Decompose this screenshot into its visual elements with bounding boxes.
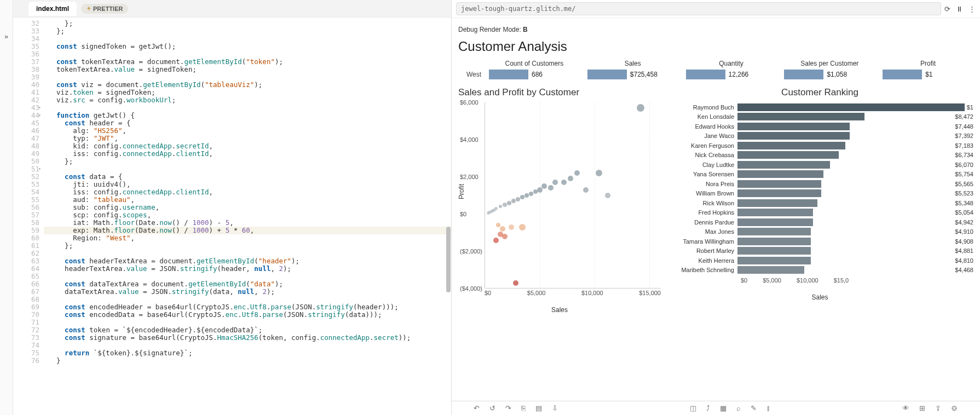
dashboard-title: Customer Analysis bbox=[458, 39, 973, 54]
rank-name: Rick Wilson bbox=[666, 200, 737, 206]
scrollbar-thumb[interactable] bbox=[446, 227, 451, 292]
code-editor[interactable]: 3233343536373839404142434445464748495051… bbox=[13, 18, 451, 415]
ranking-row[interactable]: Jane Waco $7,392 bbox=[666, 131, 973, 141]
scatter-point[interactable] bbox=[516, 197, 520, 201]
toolbar-icon-17[interactable]: ⯐ bbox=[951, 404, 958, 412]
ranking-list[interactable]: Raymond Buch $1Ken Lonsdale $8,472Edward… bbox=[666, 102, 973, 275]
rank-name: Yana Sorensen bbox=[666, 171, 737, 177]
scatter-point[interactable] bbox=[487, 211, 490, 215]
toolbar-icon-12[interactable]: ⫿ bbox=[766, 404, 770, 412]
scatter-point[interactable] bbox=[637, 104, 644, 112]
rank-value: $5,523 bbox=[953, 190, 973, 197]
vertical-scrollbar[interactable] bbox=[446, 35, 451, 415]
ranking-row[interactable]: Robert Marley $4,881 bbox=[666, 246, 973, 256]
toolbar-icon-4[interactable]: ▤ bbox=[535, 404, 542, 412]
ranking-row[interactable]: Keith Herrera $4,810 bbox=[666, 256, 973, 266]
scatter-point[interactable] bbox=[574, 170, 580, 176]
scatter-point[interactable] bbox=[496, 223, 500, 227]
toolbar-icon-15[interactable]: ⊞ bbox=[919, 404, 925, 412]
kpi-row: West Count of Customers 686Sales $725,45… bbox=[458, 60, 973, 79]
refresh-icon[interactable]: ⟳ bbox=[944, 5, 950, 13]
tab-file[interactable]: index.html bbox=[28, 2, 77, 16]
scatter-point[interactable] bbox=[520, 195, 524, 199]
ranking-row[interactable]: Raymond Buch $1 bbox=[666, 102, 973, 112]
scatter-point[interactable] bbox=[583, 187, 589, 193]
ranking-row[interactable]: Maribeth Schnelling $4,468 bbox=[666, 266, 973, 275]
toolbar-icon-9[interactable]: ▦ bbox=[720, 404, 727, 412]
rank-value: $1 bbox=[965, 104, 973, 111]
scatter-point[interactable] bbox=[548, 185, 554, 191]
toolbar-icon-7[interactable]: ◫ bbox=[690, 404, 696, 412]
rank-name: Ken Lonsdale bbox=[666, 113, 737, 120]
ranking-row[interactable]: Karen Ferguson $7,183 bbox=[666, 141, 973, 151]
toolbar-icon-14[interactable]: 👁 bbox=[902, 404, 909, 412]
kpi-card[interactable]: Quantity 12,266 bbox=[686, 60, 777, 79]
ranking-row[interactable]: Tamara Willingham $4,908 bbox=[666, 237, 973, 246]
more-icon[interactable]: ⋮ bbox=[969, 5, 976, 13]
scatter-point[interactable] bbox=[533, 189, 538, 194]
kpi-card[interactable]: Count of Customers 686 bbox=[489, 60, 580, 79]
expand-sidebar-icon[interactable]: » bbox=[4, 33, 8, 41]
rank-name: Robert Marley bbox=[666, 247, 737, 254]
ranking-row[interactable]: Clay Ludtke $6,070 bbox=[666, 160, 973, 170]
rank-value: $4,910 bbox=[953, 228, 973, 235]
toolbar-icon-11[interactable]: ✎ bbox=[751, 404, 757, 412]
code-area[interactable]: }; }; const signedToken = getJwt(); cons… bbox=[44, 18, 451, 415]
ranking-row[interactable]: Edward Hooks $7,448 bbox=[666, 122, 973, 131]
rank-value: $5,565 bbox=[953, 181, 973, 187]
scatter-point[interactable] bbox=[537, 187, 543, 193]
scatter-point[interactable] bbox=[524, 193, 529, 198]
ranking-row[interactable]: Ken Lonsdale $8,472 bbox=[666, 112, 973, 122]
scatter-point[interactable] bbox=[509, 224, 514, 230]
rank-value: $6,734 bbox=[953, 152, 973, 158]
toolbar-icon-8[interactable]: ⤴ bbox=[706, 404, 710, 412]
rank-value: $5,348 bbox=[953, 200, 973, 206]
scatter-point[interactable] bbox=[596, 170, 602, 176]
scatter-point[interactable] bbox=[568, 176, 573, 181]
ranking-row[interactable]: Fred Hopkins $5,054 bbox=[666, 208, 973, 218]
scatter-point[interactable] bbox=[507, 201, 511, 205]
scatter-point[interactable] bbox=[519, 224, 526, 230]
prettier-button[interactable]: PRETTIER bbox=[81, 4, 128, 14]
toolbar-icon-10[interactable]: ⌕ bbox=[736, 404, 741, 412]
x-axis-label: Sales bbox=[458, 306, 661, 314]
scatter-point[interactable] bbox=[541, 183, 547, 189]
scatter-point[interactable] bbox=[605, 193, 610, 198]
rank-name: William Brown bbox=[666, 190, 737, 197]
scatter-point[interactable] bbox=[552, 180, 558, 185]
ranking-row[interactable]: William Brown $5,523 bbox=[666, 189, 973, 199]
toolbar-icon-2[interactable]: ↷ bbox=[505, 404, 511, 412]
rank-name: Fred Hopkins bbox=[666, 209, 737, 216]
rank-value: $8,472 bbox=[953, 113, 973, 120]
url-input[interactable] bbox=[456, 2, 941, 15]
ranking-row[interactable]: Yana Sorensen $5,754 bbox=[666, 170, 973, 180]
scatter-point[interactable] bbox=[513, 280, 518, 286]
kpi-title: Sales bbox=[587, 60, 678, 67]
kpi-card[interactable]: Profit $1 bbox=[883, 60, 973, 79]
scatter-point[interactable] bbox=[499, 205, 502, 208]
scatter-point[interactable] bbox=[511, 199, 516, 203]
toolbar-icon-0[interactable]: ↶ bbox=[474, 404, 480, 412]
scatter-point[interactable] bbox=[500, 226, 505, 232]
sidebar-collapsed: » bbox=[0, 0, 13, 415]
scatter-plot[interactable]: $6,000$4,000$2,000$0($2,000)($4,000) bbox=[485, 102, 661, 289]
ranking-row[interactable]: Nick Crebassa $6,734 bbox=[666, 151, 973, 160]
ranking-row[interactable]: Nora Preis $5,565 bbox=[666, 179, 973, 189]
scatter-point[interactable] bbox=[503, 203, 507, 207]
scatter-point[interactable] bbox=[561, 180, 567, 185]
ranking-row[interactable]: Max Jones $4,910 bbox=[666, 227, 973, 237]
dashboard-preview: Debug Render Mode: B Customer Analysis W… bbox=[452, 18, 980, 415]
scatter-point[interactable] bbox=[529, 192, 533, 196]
scatter-point[interactable] bbox=[493, 238, 499, 243]
kpi-card[interactable]: Sales per Customer $1,058 bbox=[784, 60, 875, 79]
rank-name: Dennis Pardue bbox=[666, 219, 737, 226]
toolbar-icon-5[interactable]: ⇩ bbox=[552, 404, 558, 412]
scatter-point[interactable] bbox=[502, 234, 508, 239]
toolbar-icon-1[interactable]: ↺ bbox=[489, 404, 495, 412]
pause-icon[interactable]: ⏸ bbox=[956, 5, 963, 13]
ranking-row[interactable]: Rick Wilson $5,348 bbox=[666, 198, 973, 208]
ranking-row[interactable]: Dennis Pardue $4,942 bbox=[666, 217, 973, 227]
toolbar-icon-16[interactable]: ⇪ bbox=[935, 404, 941, 412]
toolbar-icon-3[interactable]: ⎘ bbox=[521, 404, 526, 412]
kpi-card[interactable]: Sales $725,458 bbox=[587, 60, 678, 79]
